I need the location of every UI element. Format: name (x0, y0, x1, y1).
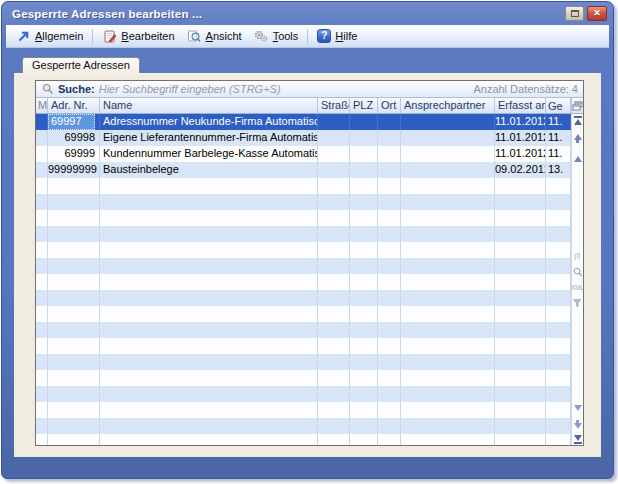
menu-item-label: Hilfe (335, 30, 357, 42)
app-window: Gesperrte Adressen bearbeiten ... ✕ Allg… (1, 1, 614, 479)
column-header-ort[interactable]: Ort (378, 98, 401, 113)
cell-strasse (318, 146, 350, 162)
maximize-icon (571, 10, 579, 17)
column-header-ansprechpartner[interactable]: Ansprechpartner (401, 98, 495, 113)
filter-icon[interactable] (573, 299, 583, 308)
empty-row (36, 354, 571, 370)
cell-erfasst-am: 11.01.2012 (495, 114, 546, 130)
menu-item-label: Bearbeiten (121, 30, 174, 42)
cell-erfasst-am: 09.02.2012 (495, 162, 546, 178)
gears-icon (254, 29, 269, 44)
grid-side-strip: (I) XML (571, 114, 583, 445)
column-header-plz[interactable]: PLZ (350, 98, 378, 113)
empty-row (36, 322, 571, 338)
xml-export-icon[interactable]: XML (571, 284, 583, 291)
empty-row (36, 306, 571, 322)
cell-ansprechpartner (401, 130, 495, 146)
cell-adr-nr: 69998 (48, 130, 100, 146)
empty-row (36, 210, 571, 226)
menu-bar: Allgemein Bearbeiten Ansicht (6, 25, 609, 48)
empty-row (36, 226, 571, 242)
scroll-down-button[interactable] (572, 405, 583, 411)
empty-row (36, 386, 571, 402)
grid-search-bar[interactable]: Suche: Hier Suchbegriff eingeben (STRG+S… (36, 81, 583, 98)
move-up-button[interactable] (572, 134, 583, 143)
maximize-button[interactable] (565, 6, 584, 21)
grid-tools: (I) XML (572, 252, 583, 308)
empty-row (36, 274, 571, 290)
menu-item-label: Tools (273, 30, 299, 42)
cell-ansprechpartner (401, 146, 495, 162)
menu-item-hilfe[interactable]: ? Hilfe (311, 26, 363, 46)
column-chooser-button[interactable] (571, 98, 583, 113)
cell-adr-nr: 69999 (48, 146, 100, 162)
search-label: Suche: (58, 83, 95, 95)
table-row-selected[interactable]: 69997 Adressnummer Neukunde-Firma Automa… (36, 114, 571, 130)
cell-geaendert-am: 11. (546, 146, 571, 162)
menu-item-bearbeiten[interactable]: Bearbeiten (96, 26, 180, 46)
cell-plz (350, 114, 378, 130)
close-button[interactable]: ✕ (587, 6, 607, 21)
frame-gap (2, 48, 613, 57)
find-icon[interactable] (573, 267, 583, 277)
go-last-row-button[interactable] (572, 435, 583, 444)
cell-m (36, 130, 48, 146)
cell-strasse (318, 114, 350, 130)
empty-row (36, 242, 571, 258)
cell-plz (350, 146, 378, 162)
cell-adr-nr: 99999999 (48, 162, 100, 178)
cell-name: Adressnummer Neukunde-Firma Automatisch … (100, 114, 318, 130)
table-row[interactable]: 69998 Eigene Lieferantennummer-Firma Aut… (36, 130, 571, 146)
menu-item-tools[interactable]: Tools (248, 26, 305, 46)
group-panel-icon[interactable]: (I) (575, 252, 581, 259)
cell-strasse (318, 162, 350, 178)
focused-cell[interactable]: 69997 (48, 114, 95, 130)
empty-row (36, 370, 571, 386)
menu-item-ansicht[interactable]: Ansicht (181, 26, 248, 46)
window-title: Gesperrte Adressen bearbeiten ... (12, 8, 565, 20)
menu-separator (92, 29, 93, 44)
column-chooser-icon (572, 101, 583, 111)
cell-name: Kundennummer Barbelege-Kasse Automatisch… (100, 146, 318, 162)
empty-row (36, 338, 571, 354)
scroll-up-button[interactable] (572, 156, 583, 162)
record-count: Anzahl Datensätze: 4 (473, 83, 578, 95)
grid-filler (36, 178, 571, 445)
edit-icon (102, 29, 117, 44)
menu-separator (307, 29, 308, 44)
cell-geaendert-am: 11. (546, 130, 571, 146)
menu-item-label: Allgemein (35, 30, 83, 42)
address-grid: Suche: Hier Suchbegriff eingeben (STRG+S… (35, 80, 584, 446)
tab-gesperrte-adressen[interactable]: Gesperrte Adressen (22, 57, 140, 73)
cell-ansprechpartner (401, 162, 495, 178)
tab-page: Suche: Hier Suchbegriff eingeben (STRG+S… (14, 73, 601, 457)
empty-row (36, 178, 571, 194)
move-down-button[interactable] (572, 420, 583, 429)
cell-erfasst-am: 11.01.2012 (495, 146, 546, 162)
go-first-row-button[interactable] (572, 116, 583, 125)
menu-item-allgemein[interactable]: Allgemein (10, 26, 89, 46)
column-header-m[interactable]: M (36, 98, 48, 113)
empty-row (36, 402, 571, 418)
cell-ort (378, 130, 401, 146)
table-row[interactable]: 69999 Kundennummer Barbelege-Kasse Autom… (36, 146, 571, 162)
table-row[interactable]: 99999999 Bausteinbelege 09.02.2012 13. (36, 162, 571, 178)
column-header-erfasst-am[interactable]: Erfasst am (495, 98, 546, 113)
column-header-name[interactable]: Name (100, 98, 318, 113)
grid-body: 69997 Adressnummer Neukunde-Firma Automa… (36, 114, 583, 445)
column-header-strasse[interactable]: Straße (318, 98, 350, 113)
cell-m (36, 114, 48, 130)
view-magnifier-icon (187, 29, 202, 44)
column-header-geaendert-am[interactable]: Ge (546, 98, 571, 113)
cell-geaendert-am: 11. (546, 114, 571, 130)
search-input[interactable]: Hier Suchbegriff eingeben (STRG+S) (99, 83, 470, 95)
cell-name: Eigene Lieferantennummer-Firma Automatis… (100, 130, 318, 146)
cell-ort (378, 146, 401, 162)
window-controls: ✕ (565, 6, 607, 21)
menu-item-label: Ansicht (206, 30, 242, 42)
cell-ansprechpartner (401, 114, 495, 130)
empty-row (36, 258, 571, 274)
cell-m (36, 162, 48, 178)
cell-strasse (318, 130, 350, 146)
column-header-adr-nr[interactable]: Adr. Nr. (48, 98, 100, 113)
